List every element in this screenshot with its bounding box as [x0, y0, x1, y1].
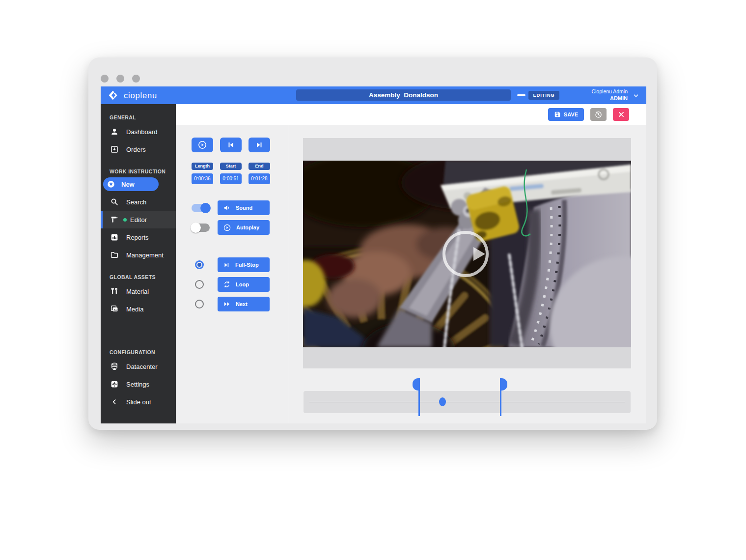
next-button[interactable]: Next — [218, 297, 270, 311]
brand-name: cioplenu — [124, 91, 157, 100]
sidebar-item-slide-out[interactable]: Slide out — [101, 393, 176, 411]
sidebar-item-dashboard[interactable]: Dashboard — [101, 123, 176, 140]
paint-roller-icon — [110, 215, 119, 224]
skip-next-button[interactable] — [249, 138, 270, 152]
person-icon — [110, 127, 119, 137]
sidebar-item-label: Material — [126, 288, 149, 295]
full-stop-button[interactable]: Full-Stop — [218, 257, 270, 272]
playhead-marker[interactable] — [439, 397, 446, 406]
editing-status-badge: EDITING — [528, 91, 559, 100]
sidebar-item-label: Slide out — [126, 398, 151, 406]
end-value[interactable]: 0:01:28 — [249, 173, 270, 184]
folder-icon — [110, 251, 119, 260]
loop-icon — [223, 280, 231, 288]
app-frame: cioplenu Assembly_Donaldson EDITING Ciop… — [101, 86, 646, 423]
skip-previous-button[interactable] — [220, 138, 242, 152]
window-control-dot-2[interactable] — [116, 75, 124, 83]
sidebar-item-management[interactable]: Management — [101, 246, 176, 264]
save-label: SAVE — [564, 112, 578, 117]
sidebar-item-datacenter[interactable]: Datacenter — [101, 358, 176, 375]
trim-end-handle-head[interactable] — [500, 378, 507, 391]
brand: cioplenu — [108, 86, 157, 104]
next-label: Next — [236, 301, 248, 307]
sidebar-item-settings[interactable]: Settings — [101, 375, 176, 393]
sound-button[interactable]: Sound — [218, 200, 270, 215]
sidebar-item-search[interactable]: Search — [101, 193, 176, 211]
section-work-instruction: WORK INSTRUCTION — [110, 168, 176, 174]
chevron-down-icon[interactable] — [633, 92, 639, 99]
sidebar-item-editor[interactable]: Editor — [101, 211, 176, 228]
skip-next-icon — [255, 140, 264, 149]
skip-previous-icon — [226, 140, 235, 149]
window-control-dot-1[interactable] — [101, 75, 109, 83]
star-circle-icon — [107, 180, 115, 189]
sidebar-item-label: New — [121, 181, 135, 188]
full-stop-radio[interactable] — [195, 260, 204, 269]
history-restore-button[interactable] — [590, 108, 607, 121]
video-still — [303, 161, 631, 347]
sidebar: GENERAL Dashboard Orders WORK INSTRUCTIO… — [101, 104, 176, 423]
sidebar-item-label: Editor — [130, 216, 147, 224]
user-menu[interactable]: Cioplenu Admin ADMIN — [591, 88, 628, 102]
separator-dash — [517, 94, 525, 96]
start-value[interactable]: 0:00:51 — [220, 173, 242, 184]
app-window: cioplenu Assembly_Donaldson EDITING Ciop… — [88, 57, 657, 430]
save-button[interactable]: SAVE — [548, 108, 584, 121]
loop-button[interactable]: Loop — [218, 277, 270, 292]
sidebar-item-label: Dashboard — [126, 128, 158, 136]
play-circle-icon — [223, 224, 231, 232]
sidebar-item-label: Settings — [126, 381, 149, 388]
trim-start-handle-head[interactable] — [413, 378, 419, 391]
sidebar-item-orders[interactable]: Orders — [101, 140, 176, 158]
loop-radio[interactable] — [195, 280, 204, 289]
window-titlebar — [88, 57, 657, 86]
section-general: GENERAL — [110, 114, 176, 120]
user-role: ADMIN — [591, 95, 628, 102]
full-stop-label: Full-Stop — [235, 262, 259, 268]
sidebar-item-media[interactable]: Media — [101, 300, 176, 318]
trim-timeline[interactable] — [304, 391, 631, 413]
sidebar-item-material[interactable]: Material — [101, 282, 176, 300]
tools-icon — [110, 287, 119, 296]
volume-icon — [223, 204, 231, 212]
sidebar-item-label: Reports — [126, 234, 149, 241]
length-value[interactable]: 0:00:36 — [192, 173, 213, 184]
video-panel — [289, 125, 646, 423]
sound-toggle[interactable] — [192, 204, 210, 212]
play-circle-icon — [197, 140, 207, 150]
bar-chart-icon — [110, 233, 119, 242]
gear-icon — [110, 380, 119, 389]
trim-start-handle[interactable] — [418, 378, 420, 416]
sidebar-item-label: Search — [126, 198, 146, 206]
history-restore-icon — [594, 111, 603, 119]
cioplenu-diamond-icon — [108, 90, 119, 101]
sidebar-item-label: Media — [126, 306, 143, 313]
document-title-field[interactable]: Assembly_Donaldson — [296, 89, 511, 101]
autoplay-toggle[interactable] — [192, 224, 210, 232]
database-icon — [110, 362, 119, 371]
sidebar-item-reports[interactable]: Reports — [101, 228, 176, 246]
length-label: Length — [192, 163, 213, 170]
trim-end-handle[interactable] — [500, 378, 501, 416]
autoplay-button[interactable]: Autoplay — [218, 220, 270, 235]
next-radio[interactable] — [195, 300, 204, 308]
sound-label: Sound — [236, 205, 252, 211]
clip-controls-panel: Length Start End 0:00:36 0:00:51 0:01:28 — [176, 125, 289, 423]
toggle-knob — [200, 203, 211, 213]
active-indicator-dot — [123, 218, 127, 222]
play-button[interactable] — [192, 138, 213, 152]
user-name: Cioplenu Admin — [591, 88, 628, 95]
orders-box-icon — [110, 145, 119, 154]
sidebar-item-label: Management — [126, 252, 164, 259]
sidebar-item-new-button[interactable]: New — [103, 177, 159, 191]
video-preview[interactable] — [303, 138, 631, 368]
section-configuration: CONFIGURATION — [110, 349, 176, 355]
close-button[interactable] — [613, 108, 629, 121]
editor-toolbar: SAVE — [176, 104, 646, 125]
top-bar: cioplenu Assembly_Donaldson EDITING Ciop… — [101, 86, 646, 104]
end-behavior-group: Full-Stop Loop — [192, 257, 289, 311]
window-control-dot-3[interactable] — [132, 75, 140, 83]
sidebar-item-label: Datacenter — [126, 363, 158, 370]
search-icon — [110, 197, 119, 207]
timeline-track-line — [309, 402, 625, 402]
